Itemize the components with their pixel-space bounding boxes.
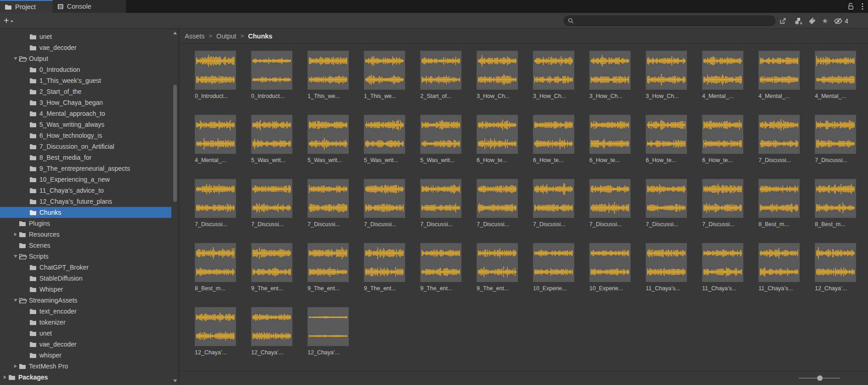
asset-tile[interactable]: 7_Discussi... <box>251 179 292 243</box>
asset-tile[interactable]: 8_Best_m... <box>195 243 236 307</box>
asset-tile[interactable]: 3_How_Ch... <box>646 51 687 115</box>
tree-item-resources[interactable]: Resources <box>0 229 171 240</box>
foldout-arrow[interactable] <box>12 364 19 368</box>
tree-item-textmesh-pro[interactable]: TextMesh Pro <box>0 361 171 372</box>
favorites-button[interactable]: ★ <box>819 15 831 27</box>
waveform-thumbnail[interactable] <box>533 179 574 218</box>
tree-item-plugins[interactable]: Plugins <box>0 218 171 229</box>
waveform-thumbnail[interactable] <box>251 51 292 90</box>
tree-item-scripts[interactable]: Scripts <box>0 251 171 262</box>
asset-tile[interactable]: 7_Discussi... <box>589 179 631 243</box>
waveform-thumbnail[interactable] <box>758 115 800 154</box>
waveform-thumbnail[interactable] <box>815 243 856 282</box>
asset-tile[interactable]: 2_Start_of... <box>420 51 461 115</box>
waveform-thumbnail[interactable] <box>251 115 292 154</box>
waveform-thumbnail[interactable] <box>308 179 349 218</box>
waveform-thumbnail[interactable] <box>758 243 800 282</box>
tree-item-0-introduction[interactable]: 0_Introduction <box>0 64 171 75</box>
asset-tile[interactable]: 7_Discussi... <box>702 179 743 243</box>
asset-tile[interactable]: 5_Was_writ... <box>308 115 349 179</box>
waveform-thumbnail[interactable] <box>195 307 236 346</box>
search-by-type-button[interactable] <box>792 15 806 27</box>
asset-tile[interactable]: 6_How_te... <box>533 115 574 179</box>
tree-item-11-chaya-s-advice-to[interactable]: 11_Chaya’s_advice_to <box>0 185 171 196</box>
asset-tile[interactable]: 7_Discussi... <box>815 115 856 179</box>
waveform-thumbnail[interactable] <box>477 179 518 218</box>
waveform-thumbnail[interactable] <box>195 179 236 218</box>
asset-tile[interactable]: 8_Best_m... <box>758 179 800 243</box>
tree-item-5-was-writing-always[interactable]: 5_Was_writing_always <box>0 119 171 130</box>
asset-tile[interactable]: 8_Best_m... <box>815 179 856 243</box>
tree-item-2-start-of-the[interactable]: 2_Start_of_the <box>0 86 171 97</box>
asset-tile[interactable]: 7_Discussi... <box>533 179 574 243</box>
waveform-thumbnail[interactable] <box>702 179 743 218</box>
waveform-thumbnail[interactable] <box>195 51 236 90</box>
asset-tile[interactable]: 6_How_te... <box>646 115 687 179</box>
scrollbar-thumb[interactable] <box>173 85 177 202</box>
asset-tile[interactable]: 3_How_Ch... <box>533 51 574 115</box>
waveform-thumbnail[interactable] <box>758 51 800 90</box>
scroll-down-button[interactable] <box>173 380 177 382</box>
waveform-thumbnail[interactable] <box>646 243 687 282</box>
asset-tile[interactable]: 1_This_we... <box>308 51 349 115</box>
foldout-arrow[interactable] <box>12 255 19 258</box>
asset-tile[interactable]: 10_Experie... <box>589 243 631 307</box>
waveform-thumbnail[interactable] <box>589 179 631 218</box>
waveform-thumbnail[interactable] <box>758 179 800 218</box>
asset-tile[interactable]: 9_The_ent... <box>251 243 292 307</box>
lock-button[interactable] <box>847 3 854 10</box>
tree-item-unet[interactable]: unet <box>0 328 171 339</box>
asset-tile[interactable]: 9_The_ent... <box>364 243 405 307</box>
waveform-thumbnail[interactable] <box>646 51 687 90</box>
search-input[interactable] <box>577 17 771 24</box>
tree-item-vae-decoder[interactable]: vae_decoder <box>0 42 171 53</box>
waveform-thumbnail[interactable] <box>308 243 349 282</box>
tree-item-stablediffusion[interactable]: StableDiffusion <box>0 273 171 284</box>
tree-item-12-chaya-s-future-plans[interactable]: 12_Chaya’s_future_plans <box>0 196 171 207</box>
waveform-thumbnail[interactable] <box>533 51 574 90</box>
asset-tile[interactable]: 6_How_te... <box>702 115 743 179</box>
foldout-arrow[interactable] <box>2 375 8 379</box>
asset-tile[interactable]: 5_Was_writ... <box>420 115 461 179</box>
asset-tile[interactable]: 10_Experie... <box>533 243 574 307</box>
slider-knob[interactable] <box>817 375 823 381</box>
asset-tile[interactable]: 7_Discussi... <box>646 179 687 243</box>
asset-tile[interactable]: 9_The_ent... <box>308 243 349 307</box>
asset-tile[interactable]: 7_Discussi... <box>758 115 800 179</box>
waveform-thumbnail[interactable] <box>251 243 292 282</box>
asset-tile[interactable]: 12_Chaya’... <box>251 307 292 371</box>
asset-tile[interactable]: 7_Discussi... <box>308 179 349 243</box>
waveform-thumbnail[interactable] <box>533 115 574 154</box>
tree-item-unet[interactable]: unet <box>0 31 171 42</box>
asset-tile[interactable]: 7_Discussi... <box>364 179 405 243</box>
foldout-arrow[interactable] <box>12 299 19 302</box>
tree-item-10-experiencing-a-new[interactable]: 10_Experiencing_a_new <box>0 174 171 185</box>
asset-tile[interactable]: 6_How_te... <box>589 115 631 179</box>
waveform-thumbnail[interactable] <box>364 243 405 282</box>
waveform-thumbnail[interactable] <box>195 243 236 282</box>
tab-project[interactable]: Project <box>0 0 53 13</box>
asset-tile[interactable]: 3_How_Ch... <box>477 51 518 115</box>
scroll-up-button[interactable] <box>173 32 177 34</box>
tree-item-7-discussion-on-artificial[interactable]: 7_Discussion_on_Artificial <box>0 141 171 152</box>
waveform-thumbnail[interactable] <box>702 243 743 282</box>
asset-tile[interactable]: 4_Mental_... <box>758 51 800 115</box>
waveform-thumbnail[interactable] <box>533 243 574 282</box>
asset-tile[interactable]: 4_Mental_... <box>702 51 743 115</box>
waveform-thumbnail[interactable] <box>308 307 349 346</box>
asset-tile[interactable]: 11_Chaya’s... <box>758 243 800 307</box>
tree-item-3-how-chaya-began[interactable]: 3_How_Chaya_began <box>0 97 171 108</box>
waveform-thumbnail[interactable] <box>815 179 856 218</box>
tree-item-8-best-media-for[interactable]: 8_Best_media_for <box>0 152 171 163</box>
tree-item-9-the-entrepreneurial-aspects[interactable]: 9_The_entrepreneurial_aspects <box>0 163 171 174</box>
asset-tile[interactable]: 9_The_ent... <box>477 243 518 307</box>
tree-item-1-this-week-s-guest[interactable]: 1_This_week’s_guest <box>0 75 171 86</box>
tree-item-output[interactable]: Output <box>0 53 171 64</box>
tree-item-tokenizer[interactable]: tokenizer <box>0 317 171 328</box>
asset-tile[interactable]: 7_Discussi... <box>420 179 461 243</box>
waveform-thumbnail[interactable] <box>420 243 461 282</box>
asset-tile[interactable]: 12_Chaya’... <box>195 307 236 371</box>
waveform-thumbnail[interactable] <box>420 51 461 90</box>
waveform-thumbnail[interactable] <box>308 115 349 154</box>
asset-tile[interactable]: 12_Chaya’... <box>815 243 856 307</box>
